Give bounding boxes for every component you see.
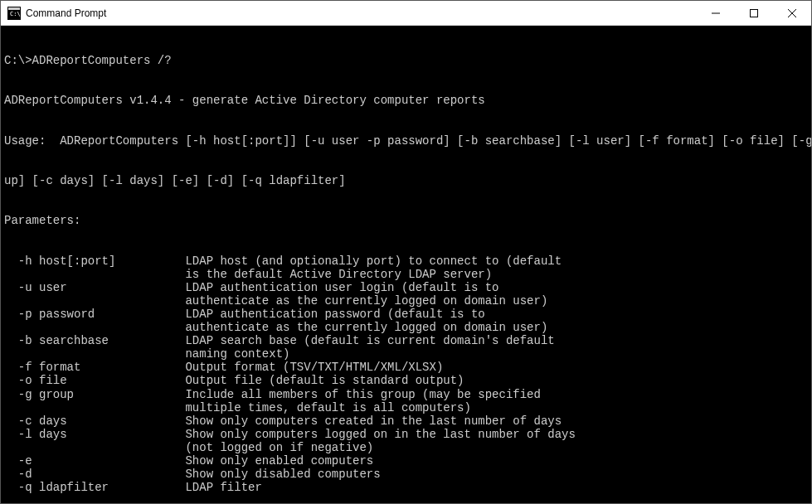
param-continuation: authenticate as the currently logged on … — [4, 294, 808, 308]
param-row: -d Show only disabled computers — [4, 468, 808, 481]
prompt-line-1: C:\>ADReportComputers /? — [4, 54, 808, 67]
prompt-1: C:\> — [4, 54, 32, 67]
svg-rect-4 — [751, 9, 758, 17]
param-continuation: multiple times, default is all computers… — [4, 401, 808, 414]
usage-line-2: up] [-c days] [-l days] [-e] [-d] [-q ld… — [4, 174, 808, 187]
usage-line: Usage: ADReportComputers [-h host[:port]… — [4, 134, 808, 148]
param-row: -u user LDAP authentication user login (… — [4, 281, 808, 294]
svg-rect-1 — [8, 7, 20, 10]
param-row: -l days Show only computers logged on in… — [4, 428, 808, 441]
param-continuation: authenticate as the currently logged on … — [4, 321, 808, 334]
terminal-area[interactable]: C:\>ADReportComputers /? ADReportCompute… — [1, 26, 811, 503]
parameters-list: -h host[:port] LDAP host (and optionally… — [4, 254, 808, 495]
param-row: -b searchbase LDAP search base (default … — [4, 334, 808, 347]
window-title: Command Prompt — [26, 7, 697, 19]
param-continuation: is the default Active Directory LDAP ser… — [4, 268, 808, 281]
header-line: ADReportComputers v1.4.4 - generate Acti… — [4, 94, 808, 107]
minimize-button[interactable] — [697, 1, 735, 25]
param-row: -o file Output file (default is standard… — [4, 374, 808, 387]
param-continuation: (not logged on if negative) — [4, 441, 808, 454]
window-controls — [697, 1, 811, 25]
maximize-icon — [750, 9, 758, 17]
minimize-icon — [712, 9, 720, 17]
cmd-icon: C:\ — [7, 7, 21, 20]
command-prompt-window: C:\ Command Prompt C:\>ADReportComputers… — [0, 0, 812, 504]
command-1: ADReportComputers /? — [32, 54, 172, 67]
param-row: -g group Include all members of this gro… — [4, 388, 808, 401]
titlebar[interactable]: C:\ Command Prompt — [1, 1, 811, 26]
param-continuation: naming context) — [4, 347, 808, 361]
parameters-label: Parameters: — [4, 214, 808, 227]
svg-text:C:\: C:\ — [10, 11, 21, 17]
maximize-button[interactable] — [735, 1, 773, 25]
close-button[interactable] — [773, 1, 811, 25]
param-row: -h host[:port] LDAP host (and optionally… — [4, 254, 808, 268]
close-icon — [788, 9, 796, 17]
param-row: -c days Show only computers created in t… — [4, 414, 808, 428]
param-row: -p password LDAP authentication password… — [4, 308, 808, 321]
param-row: -f format Output format (TSV/TXT/HTML/XM… — [4, 361, 808, 374]
param-row: -e Show only enabled computers — [4, 454, 808, 468]
param-row: -q ldapfilter LDAP filter — [4, 481, 808, 494]
